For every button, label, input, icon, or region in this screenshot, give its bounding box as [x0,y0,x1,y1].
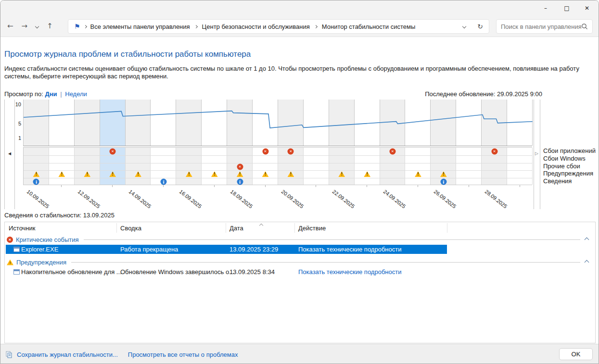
scroll-right-icon[interactable]: ▷ [535,151,538,156]
day-column[interactable] [380,100,406,146]
view-by-separator: | [60,90,62,98]
info-icon[interactable]: i [160,179,166,185]
day-column[interactable] [406,100,431,146]
day-column[interactable] [253,100,278,146]
x-tick [61,185,62,187]
day-column[interactable] [227,100,253,146]
breadcrumb-item[interactable]: Все элементы панели управления [90,23,190,30]
close-button[interactable]: ✕ [576,0,598,16]
error-icon[interactable]: ✕ [491,148,497,154]
day-column[interactable] [75,148,100,185]
legend-label: Сведения [543,177,596,185]
nav-buttons: ← → ↑ [7,16,53,37]
action-link[interactable]: Показать технические подробности [298,268,401,276]
info-icon[interactable]: i [440,179,446,185]
x-tick [469,185,469,187]
maximize-button[interactable]: □ [556,0,577,16]
day-column[interactable] [278,100,304,146]
day-column[interactable] [304,148,329,185]
scroll-left-gutter[interactable]: ◀ [4,100,15,209]
recent-pages-chevron-icon[interactable] [35,24,39,28]
breadcrumb-item[interactable]: Центр безопасности и обслуживания [202,23,310,30]
day-column[interactable] [456,148,482,185]
back-button[interactable]: ← [7,23,13,30]
day-column[interactable] [355,100,380,146]
day-column[interactable] [507,148,533,185]
event-row[interactable]: Explorer.EXEРабота прекращена13.09.2025 … [5,245,595,254]
day-column[interactable] [202,100,227,146]
address-dropdown-icon[interactable] [462,25,466,28]
group-row-critical[interactable]: ✕Критические события [5,235,595,245]
day-column[interactable] [329,148,355,185]
day-column[interactable] [49,100,75,146]
column-header-source[interactable]: Источник [9,225,36,232]
day-column[interactable] [507,100,533,146]
day-column[interactable] [482,100,507,146]
critical-error-icon: ✕ [7,237,13,243]
error-icon[interactable]: ✕ [262,148,268,154]
day-column[interactable] [456,100,482,146]
chart-legend: Сбои приложенийСбои WindowsПрочие сбоиПр… [543,147,596,185]
collapse-chevron-icon[interactable] [585,260,589,265]
view-by-weeks-link[interactable]: Недели [65,90,87,98]
up-button[interactable]: ↑ [47,23,53,30]
day-column[interactable] [126,148,151,185]
details-table: Источник Сводка Дата Действие ✕Критическ… [4,222,596,343]
day-column[interactable] [329,100,355,146]
stability-index-chart [23,100,532,146]
error-icon[interactable]: ✕ [390,148,396,154]
search-box[interactable] [496,19,593,34]
day-column[interactable] [126,100,151,146]
content-area: Просмотр журнала проблем и стабильности … [0,37,599,344]
view-by-row: Просмотр по: Дни | Недели [4,90,87,98]
error-icon[interactable]: ✕ [110,148,116,154]
breadcrumb-separator-icon [314,25,318,28]
column-header-date[interactable]: Дата [229,225,243,232]
group-rule [71,262,580,263]
day-column[interactable] [355,148,380,185]
stability-chart: ◀ 10 5 1 ✕✕✕✕✕✕!!!!!!!!!!!!!!iiii 10.09.… [4,100,599,210]
refresh-icon[interactable]: ↻ [477,23,483,30]
day-column[interactable] [431,100,456,146]
x-tick [214,185,215,187]
cell-source: Накопительное обновление для ... [21,268,122,276]
day-column[interactable] [304,100,329,146]
day-column[interactable] [24,100,49,146]
event-row[interactable]: Накопительное обновление для ...Обновлен… [5,267,595,276]
page-title: Просмотр журнала проблем и стабильности … [4,50,251,59]
error-icon[interactable]: ✕ [237,163,243,170]
info-icon[interactable]: i [237,179,243,185]
save-journal-link[interactable]: Сохранить журнал стабильности... [17,351,118,358]
legend-label: Предупреждения [543,170,596,177]
day-column[interactable] [176,148,202,185]
day-column[interactable] [100,100,126,146]
header-divider [447,223,447,233]
search-input[interactable] [501,23,581,30]
x-tick-label: 24.09.2025 [382,188,407,209]
scroll-left-icon[interactable]: ◀ [8,152,11,156]
last-update-label: Последнее обновление: 29.09.2025 9:00 [425,90,542,98]
header-divider [116,223,117,233]
day-column[interactable] [406,148,431,185]
ok-button[interactable]: OK [559,348,593,360]
action-link[interactable]: Показать технические подробности [298,246,401,253]
forward-button[interactable]: → [22,23,28,30]
day-column[interactable] [151,100,177,146]
minimize-button[interactable]: – [535,0,556,16]
column-header-summary[interactable]: Сводка [120,225,141,232]
column-header-action[interactable]: Действие [298,225,326,232]
info-icon[interactable]: i [33,179,39,185]
view-reports-link[interactable]: Просмотреть все отчеты о проблемах [128,351,238,358]
day-column[interactable] [49,148,75,185]
address-bar[interactable]: ⚑ Все элементы панели управленияЦентр бе… [68,19,489,34]
day-column[interactable] [75,100,100,146]
title-bar: – □ ✕ [0,0,599,16]
collapse-chevron-icon[interactable] [585,238,589,242]
error-icon[interactable]: ✕ [288,148,294,154]
breadcrumb-item[interactable]: Монитор стабильности системы [322,23,415,30]
day-column[interactable] [176,100,202,146]
day-column[interactable] [202,148,227,185]
group-row-warning[interactable]: !Предупреждения [5,257,595,267]
breadcrumb-chevron-icon[interactable] [84,25,87,28]
view-by-days-link[interactable]: Дни [45,90,57,98]
